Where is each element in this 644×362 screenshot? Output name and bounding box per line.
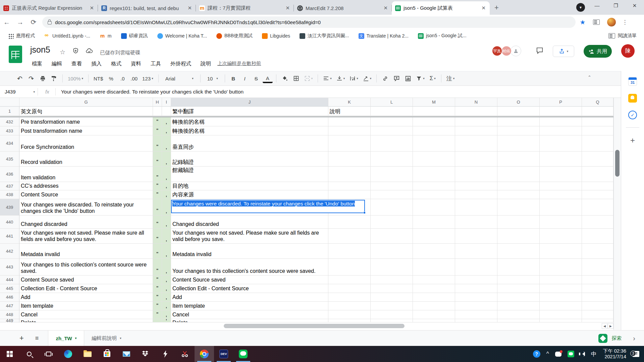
add-addon-icon[interactable]: + [630,136,635,145]
cell-L446[interactable] [371,293,413,302]
cell-Q432[interactable] [582,117,613,126]
tab-close-icon[interactable]: ✕ [383,5,388,11]
reading-list-icon[interactable] [593,19,600,25]
document-title[interactable]: json5 [30,45,50,55]
increase-decimal-button[interactable]: .00 [129,73,139,83]
cell-O441[interactable] [497,229,540,244]
hide-panel-icon[interactable]: › [633,335,635,342]
cell-Q436[interactable] [582,167,613,182]
tab-regex101[interactable]: R regex101: build, test, and debu ✕ [98,1,196,15]
cell-P449[interactable] [540,319,582,322]
window-maximize-button[interactable]: ❐ [606,0,625,11]
cell-G440[interactable]: Changed discarded [19,216,153,229]
cell-H449[interactable]: " [153,319,162,322]
cell-P432[interactable] [540,117,582,126]
cell-O435[interactable] [497,152,540,167]
share-button[interactable]: 共用 [584,45,612,58]
cell-G444[interactable]: Content Source saved [19,276,153,284]
cell-O437[interactable] [497,182,540,190]
cell-editor[interactable]: Your changes were discarded. To reinstat… [171,200,365,213]
text-color-button[interactable]: A [263,75,273,83]
redo-icon[interactable]: ↷ [26,73,36,83]
cell-K445[interactable] [328,284,371,293]
cell-L439[interactable] [371,199,413,216]
cell-Q449[interactable] [582,319,613,322]
cell-I442[interactable]: , [162,244,171,259]
row-header-432[interactable]: 432 [0,117,19,126]
cell-L433[interactable] [371,126,413,135]
row-header-449[interactable]: 449 [0,319,19,322]
cell-L440[interactable] [371,216,413,229]
cell-L442[interactable] [371,244,413,259]
cell-I446[interactable]: , [162,293,171,302]
functions-button[interactable]: Σ▾ [428,73,438,83]
collaborator-avatar[interactable]: 宇真 [492,46,502,56]
cell-P436[interactable] [540,167,582,182]
cell-I434[interactable]: , [162,135,171,152]
font-family-select[interactable]: Arial▾ [162,73,197,83]
cell-G449[interactable]: Delete [19,319,153,322]
cell-Q444[interactable] [582,276,613,284]
cell-K442[interactable] [328,244,371,259]
text-wrap-button[interactable]: ▾ [348,73,360,83]
cell-P433[interactable] [540,126,582,135]
chrome-menu-icon[interactable]: ⋮ [620,19,630,26]
cell-I444[interactable]: , [162,276,171,284]
cell-K446[interactable] [328,293,371,302]
cell-I1[interactable] [162,107,171,116]
cell-Q442[interactable] [582,244,613,259]
present-button[interactable]: ▾ [553,46,574,57]
filter-button[interactable]: ▾ [414,73,426,83]
horizontal-align-button[interactable]: ▾ [321,73,333,83]
more-formats-button[interactable]: 123▾ [141,73,155,83]
cell-L438[interactable] [371,190,413,199]
cell-M436[interactable] [413,167,455,182]
task-view-button[interactable] [39,346,58,362]
cell-M442[interactable] [413,244,455,259]
cell-G446[interactable]: Add [19,293,153,302]
cell-N434[interactable] [455,135,497,152]
formula-input[interactable]: Your changes were discarded. To reinstat… [61,89,244,95]
cell-Q433[interactable] [582,126,613,135]
ime-indicator[interactable]: 中 [588,350,600,358]
vertical-scrollbar-thumb[interactable] [615,150,620,177]
keep-icon[interactable] [628,94,637,103]
cell-G438[interactable]: Content Source [19,190,153,199]
cell-H446[interactable]: " [153,293,162,302]
cell-O449[interactable] [497,319,540,322]
row-header-435[interactable]: 435 [0,152,19,167]
tab-moodle-course[interactable]: m 課程：7月實習課程 ✕ [196,1,294,15]
cell-K1[interactable]: 說明 [328,107,371,116]
row-header-1[interactable]: 1 [0,107,19,116]
cell-H442[interactable]: " [153,244,162,259]
dev-cpp-icon[interactable]: DEV [214,346,233,362]
all-sheets-icon[interactable]: ≡ [35,335,39,342]
decrease-decimal-button[interactable]: .0 [117,73,127,83]
cell-P447[interactable] [540,302,582,310]
cell-I435[interactable]: , [162,152,171,167]
cell-L448[interactable] [371,310,413,319]
cell-I448[interactable]: , [162,310,171,319]
cell-J445[interactable]: Collection Edit - Content Source [171,284,328,293]
cell-O443[interactable] [497,259,540,276]
cell-G436[interactable]: Item validation [19,167,153,182]
cell-P442[interactable] [540,244,582,259]
cell-H440[interactable]: " [153,216,162,229]
cell-M437[interactable] [413,182,455,190]
bookmark-libguides[interactable]: Libguides [259,33,293,39]
name-box[interactable]: J439▾ [0,89,38,95]
sheets-logo[interactable] [9,46,22,63]
tab-close-icon[interactable]: ✕ [481,5,486,11]
window-minimize-button[interactable]: — [588,0,606,11]
cell-I443[interactable]: , [162,259,171,276]
cell-M449[interactable] [413,319,455,322]
cell-G434[interactable]: Force Synchronization [19,135,153,152]
cell-P441[interactable] [540,229,582,244]
cell-K443[interactable] [328,259,371,276]
last-edit-link[interactable]: 上次編輯是在數秒前 [217,60,261,67]
cell-H443[interactable]: " [153,259,162,276]
row-header-447[interactable]: 447 [0,302,19,310]
cell-Q437[interactable] [582,182,613,190]
cell-M441[interactable] [413,229,455,244]
cell-L441[interactable] [371,229,413,244]
